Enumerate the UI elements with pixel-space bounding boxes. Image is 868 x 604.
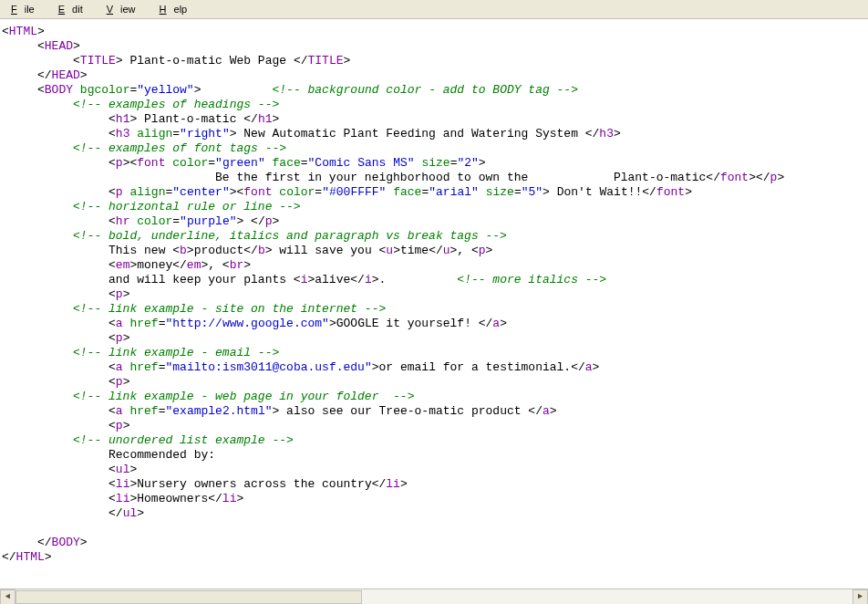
menu-view[interactable]: View (99, 2, 150, 16)
menu-edit[interactable]: Edit (51, 2, 98, 16)
menu-file[interactable]: File (4, 2, 49, 16)
menu-help[interactable]: Help (152, 2, 202, 16)
code-editor[interactable]: <HTML> <HEAD> <TITLE> Plant-o-matic Web … (0, 19, 868, 588)
menubar: File Edit View Help (0, 0, 868, 19)
